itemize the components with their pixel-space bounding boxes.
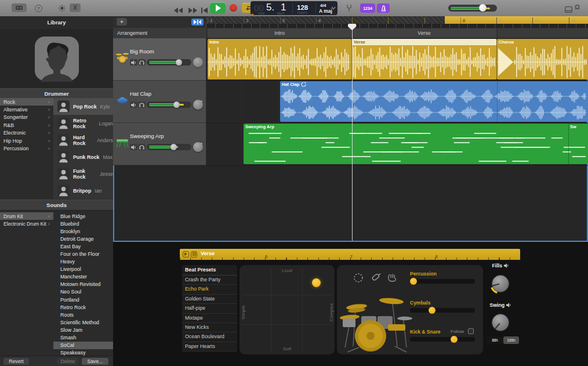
- pan-knob[interactable]: [193, 100, 203, 110]
- track-volume-slider[interactable]: [147, 102, 191, 108]
- cymbals-knob[interactable]: [429, 307, 435, 314]
- beat-preset-item[interactable]: New Kicks: [182, 323, 237, 332]
- kit-item[interactable]: Smash: [53, 334, 113, 342]
- rewind-button[interactable]: [174, 5, 183, 16]
- track-volume-knob[interactable]: [176, 59, 182, 66]
- kit-item[interactable]: Neo Soul: [53, 288, 113, 296]
- arrangement-section-intro[interactable]: Intro: [208, 28, 351, 38]
- kit-item[interactable]: East Bay: [53, 242, 113, 250]
- delete-button[interactable]: Delete: [57, 358, 79, 365]
- add-track-button[interactable]: +: [117, 18, 127, 26]
- kit-item[interactable]: Retro Rock: [53, 303, 113, 311]
- go-to-beginning-button[interactable]: [201, 5, 208, 16]
- catch-playhead-button[interactable]: [191, 19, 204, 26]
- beat-preset-item[interactable]: Mixtape: [182, 314, 237, 323]
- drummer-item[interactable]: Britpop Ian: [53, 182, 113, 199]
- help-icon[interactable]: ?: [35, 5, 42, 12]
- revert-button[interactable]: Revert: [3, 358, 29, 365]
- note-value-button[interactable]: 8th: [487, 336, 503, 344]
- kit-item[interactable]: SoCal: [53, 342, 113, 349]
- kick-snare-slider[interactable]: [410, 337, 475, 342]
- percussion-slider[interactable]: [410, 279, 475, 284]
- kit-category-item[interactable]: Electronic Drum Kit ›: [0, 220, 53, 227]
- percussion-knob[interactable]: [410, 278, 417, 285]
- fills-knob[interactable]: [488, 271, 513, 296]
- kick-snare-knob[interactable]: [451, 336, 458, 343]
- kit-item[interactable]: Brooklyn: [53, 227, 113, 235]
- tuner-icon[interactable]: [346, 4, 353, 15]
- region-sweeping-arp[interactable]: Sweeping Arp Sw: [244, 124, 588, 164]
- pan-knob[interactable]: [193, 57, 203, 67]
- track-volume-knob[interactable]: [173, 102, 180, 108]
- track-volume-slider[interactable]: [147, 59, 191, 66]
- drummer-item[interactable]: Retro Rock Logan: [53, 115, 113, 132]
- kit-item[interactable]: Slow Jam: [53, 326, 113, 334]
- mute-button[interactable]: [130, 102, 137, 108]
- metronome-button[interactable]: [377, 3, 390, 13]
- kit-item[interactable]: Blue Ridge: [53, 212, 113, 220]
- genre-item[interactable]: Hip Hop ›: [0, 137, 53, 144]
- region-big-room-verse[interactable]: Verse: [352, 39, 497, 79]
- editor-region-header[interactable]: Verse 678: [180, 249, 520, 260]
- lane-sweeping-arp[interactable]: Sweeping Arp Sw: [206, 123, 588, 166]
- solo-button[interactable]: [138, 144, 146, 150]
- save-button[interactable]: Save...: [82, 358, 108, 365]
- arrangement-section-verse[interactable]: Verse: [353, 28, 496, 38]
- media-browser-icon[interactable]: [565, 5, 572, 15]
- drummer-item[interactable]: Hard Rock Anders: [53, 132, 113, 148]
- kit-item[interactable]: Portland: [53, 296, 113, 303]
- kit-item[interactable]: Heavy: [53, 258, 113, 266]
- kit-item[interactable]: Liverpool: [53, 266, 113, 273]
- close-x-button[interactable]: X: [70, 3, 81, 12]
- drummer-item[interactable]: Punk Rock Max: [53, 148, 113, 165]
- solo-button[interactable]: [138, 59, 146, 66]
- genre-item[interactable]: Electronic ›: [0, 129, 53, 137]
- shaker-icon[interactable]: [370, 271, 382, 283]
- chevron-down-icon[interactable]: [331, 6, 336, 10]
- kit-item[interactable]: Scientific Method: [53, 318, 113, 326]
- beat-preset-item[interactable]: Ocean Boulevard: [182, 332, 237, 342]
- play-button[interactable]: [210, 2, 226, 14]
- lane-big-room[interactable]: Intro Verse Chorus: [206, 38, 588, 81]
- lcd-display[interactable]: 00 5. 1 BAR BEAT 128 TEMPO 4/4 A maj: [251, 1, 337, 15]
- region-big-room-chorus[interactable]: Chorus: [497, 39, 588, 79]
- pan-knob[interactable]: [193, 142, 203, 152]
- kit-category-item[interactable]: Drum Kit ›: [0, 212, 53, 220]
- mute-button[interactable]: [130, 144, 137, 150]
- library-toggle-button[interactable]: [12, 3, 27, 12]
- track-header-big-room[interactable]: Big Room: [113, 38, 206, 81]
- playhead-marker[interactable]: [348, 23, 357, 32]
- timeline-ruler[interactable]: 1 2 3 4 5: [206, 16, 588, 24]
- beat-preset-item[interactable]: Paper Hearts: [182, 342, 237, 351]
- solo-button[interactable]: [138, 102, 146, 108]
- genre-item[interactable]: Percussion ›: [0, 144, 53, 152]
- genre-item[interactable]: Rock ›: [0, 98, 53, 106]
- kit-item[interactable]: Manchester: [53, 273, 113, 281]
- handclap-icon[interactable]: [387, 271, 397, 282]
- follow-checkbox[interactable]: [468, 328, 474, 334]
- swing-knob[interactable]: [488, 310, 513, 335]
- tambourine-icon[interactable]: [353, 273, 364, 283]
- track-volume-knob[interactable]: [170, 144, 177, 150]
- arrangement-track-header[interactable]: Arrangement: [113, 28, 206, 38]
- drummer-item[interactable]: Funk Rock Jesse: [53, 165, 113, 182]
- beat-preset-item[interactable]: Golden State: [182, 295, 237, 304]
- lane-hat-clap[interactable]: Hat Clap: [206, 81, 588, 124]
- arrangement-section-next[interactable]: [498, 28, 588, 38]
- mute-button[interactable]: [130, 59, 137, 66]
- cymbals-slider[interactable]: [410, 308, 475, 313]
- beat-preset-item[interactable]: Half-pipe: [182, 304, 237, 313]
- region-hat-clap[interactable]: Hat Clap: [280, 81, 588, 122]
- kit-item[interactable]: Bluebird: [53, 220, 113, 227]
- master-volume-slider[interactable]: [448, 5, 497, 12]
- xy-pad[interactable]: Loud Soft Simple Complex: [239, 265, 335, 354]
- genre-item[interactable]: Songwriter ›: [0, 114, 53, 121]
- master-volume-knob[interactable]: [479, 4, 487, 12]
- playhead[interactable]: [352, 24, 353, 241]
- drummer-item[interactable]: Pop Rock Kyle: [53, 98, 113, 115]
- note-value-button[interactable]: 16th: [503, 336, 519, 344]
- genre-item[interactable]: R&B ›: [0, 121, 53, 129]
- kit-item[interactable]: Motown Revisited: [53, 281, 113, 288]
- forward-button[interactable]: [188, 5, 197, 16]
- region-big-room-intro[interactable]: Intro: [208, 39, 352, 79]
